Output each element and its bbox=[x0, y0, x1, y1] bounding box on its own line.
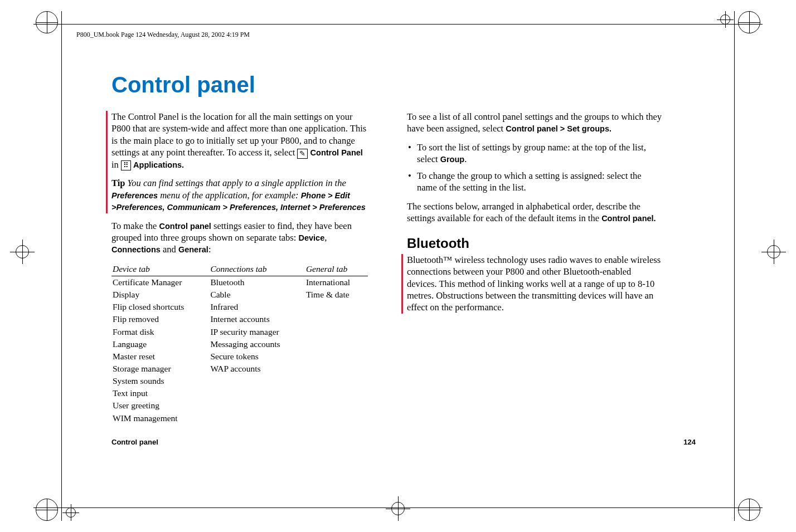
tip-label: Tip bbox=[111, 178, 125, 188]
crop-line-top bbox=[33, 24, 763, 25]
sections-paragraph: The sections below, arranged in alphabet… bbox=[407, 201, 663, 224]
table-cell: Display bbox=[111, 289, 209, 301]
tip-text-b: menu of the application, for example: bbox=[160, 190, 301, 201]
page-content: Control panel The Control Panel is the l… bbox=[111, 72, 696, 424]
list-item: To change the group to which a setting i… bbox=[407, 170, 663, 194]
table-cell: Flip removed bbox=[111, 313, 209, 325]
bullet2: To change the group to which a setting i… bbox=[417, 170, 642, 193]
table-cell: User greeting bbox=[111, 399, 209, 412]
tip-text-a: You can find settings that apply to a si… bbox=[128, 178, 346, 188]
applications-icon: ⠿ bbox=[121, 160, 131, 170]
intro-paragraph: The Control Panel is the location for al… bbox=[111, 111, 368, 170]
table-cell: Internet accounts bbox=[209, 313, 305, 325]
groups-paragraph: To make the Control panel settings easie… bbox=[111, 220, 368, 256]
table-cell: Master reset bbox=[111, 350, 209, 363]
groups-a: To make the bbox=[111, 221, 159, 231]
tab-connections: Connections bbox=[111, 245, 161, 254]
crop-line-right bbox=[734, 11, 735, 521]
footer-left: Control panel bbox=[111, 438, 158, 446]
table-cell: WAP accounts bbox=[209, 363, 305, 375]
th-connections: Connections tab bbox=[209, 262, 305, 276]
th-general: General tab bbox=[305, 262, 368, 276]
tabs-table: Device tab Connections tab General tab C… bbox=[111, 262, 368, 424]
list-item: To sort the list of settings by group na… bbox=[407, 141, 663, 165]
right-column: To see a list of all control panel setti… bbox=[407, 111, 663, 424]
registration-cross-tr-small bbox=[717, 11, 734, 28]
table-cell: Text input bbox=[111, 387, 209, 399]
registration-cross-bl-small bbox=[62, 504, 79, 521]
table-cell: WIM management bbox=[111, 412, 209, 424]
control-panel-label: Control Panel bbox=[310, 148, 363, 157]
groups-cp: Control panel bbox=[159, 222, 211, 231]
control-panel-icon: ✎ bbox=[297, 149, 308, 159]
tab-general: General bbox=[178, 245, 208, 254]
see-list-b: Control panel > Set groups. bbox=[506, 124, 611, 133]
bullet1-c: . bbox=[464, 154, 467, 164]
registration-cross-bottom bbox=[386, 496, 410, 521]
table-cell: Cable bbox=[209, 289, 305, 301]
table-cell: Time & date bbox=[305, 289, 368, 301]
table-cell: Infrared bbox=[209, 301, 305, 313]
left-column: The Control Panel is the location for al… bbox=[111, 111, 368, 424]
table-cell: IP security manager bbox=[209, 326, 305, 338]
bluetooth-paragraph: Bluetooth™ wireless technology uses radi… bbox=[407, 254, 663, 314]
table-cell: Messaging accounts bbox=[209, 338, 305, 350]
table-cell: Bluetooth bbox=[209, 276, 305, 289]
table-cell: International bbox=[305, 276, 368, 289]
sections-b: Control panel. bbox=[601, 214, 656, 223]
registration-circle-tl bbox=[36, 11, 58, 33]
footer-page-number: 124 bbox=[683, 438, 696, 446]
tab-device: Device bbox=[298, 233, 324, 242]
table-cell: Secure tokens bbox=[209, 350, 305, 363]
th-device: Device tab bbox=[111, 262, 209, 276]
table-cell: Language bbox=[111, 338, 209, 350]
intro-text-b: in bbox=[111, 159, 121, 170]
table-cell: Flip closed shortcuts bbox=[111, 301, 209, 313]
table-cell: Storage manager bbox=[111, 363, 209, 375]
bullet1-b: Group bbox=[440, 155, 465, 164]
tip-paragraph: Tip You can find settings that apply to … bbox=[111, 177, 368, 213]
page-title: Control panel bbox=[111, 72, 696, 97]
tip-preferences: Preferences bbox=[111, 191, 158, 200]
table-cell: System sounds bbox=[111, 375, 209, 387]
applications-label: Applications. bbox=[133, 160, 184, 169]
see-list-paragraph: To see a list of all control panel setti… bbox=[407, 111, 663, 135]
registration-circle-br bbox=[738, 499, 760, 521]
page-footer: Control panel 124 bbox=[111, 438, 696, 446]
crop-line-left bbox=[61, 11, 62, 521]
registration-circle-tr bbox=[738, 11, 760, 33]
table-cell: Certificate Manager bbox=[111, 276, 209, 289]
table-cell: Format disk bbox=[111, 326, 209, 338]
registration-cross-right bbox=[761, 240, 786, 264]
registration-cross-left bbox=[10, 240, 35, 264]
running-header: P800_UM.book Page 124 Wednesday, August … bbox=[76, 31, 250, 39]
bluetooth-heading: Bluetooth bbox=[407, 235, 663, 252]
registration-circle-bl bbox=[36, 499, 58, 521]
bullet-list: To sort the list of settings by group na… bbox=[407, 141, 663, 194]
